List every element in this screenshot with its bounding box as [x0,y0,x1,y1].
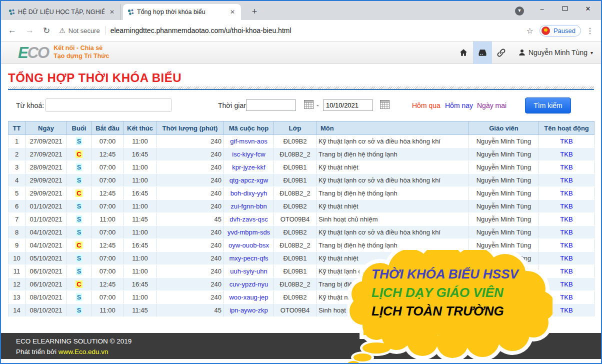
cell-giao_vien: Nguyễn Minh Tùng [469,174,539,187]
cell-thoi_luong: 240 [156,148,224,161]
keyword-input[interactable] [45,98,172,112]
window-maximize-button[interactable] [555,1,575,16]
cell-thoi_luong: 45 [156,213,224,226]
cell-tt: 1 [8,135,26,148]
date-from-input[interactable] [246,100,296,111]
calendar-icon[interactable] [304,100,314,109]
shift-badge: S [76,268,82,275]
cell-ngay: 27/09/2021 [26,135,67,148]
tkb-link[interactable]: TKB [560,306,572,314]
home-nav-button[interactable] [454,42,473,64]
window-minimize-button[interactable]: – [532,1,552,16]
meeting-code-link[interactable]: yvd-mbpm-sds [228,228,270,236]
links-nav-button[interactable] [492,42,511,64]
meeting-code-link[interactable]: dvh-zavs-qsc [230,216,268,223]
tkb-link[interactable]: TKB [560,268,572,275]
shift-badge: S [76,138,82,145]
tkb-link[interactable]: TKB [560,294,572,301]
calendar-icon[interactable] [380,100,390,109]
yesterday-link[interactable]: Hôm qua [412,102,440,110]
tkb-link[interactable]: TKB [560,228,572,236]
tkb-link[interactable]: TKB [560,138,572,145]
cell-ket_thuc: 11:00 [124,161,156,174]
tkb-link[interactable]: TKB [560,150,572,158]
search-button[interactable]: Tìm kiếm [525,98,571,114]
meeting-code-link[interactable]: kpr-jyze-kkf [232,164,265,171]
tab-he-du-lieu[interactable]: HỆ DỮ LIỆU HỌC TẬP, NGHIÊN C ✕ [4,4,121,20]
drive-icon [478,48,488,58]
cell-ma: qtg-apcz-xgw [224,174,274,187]
date-to-input[interactable] [323,100,373,111]
shift-badge: S [76,306,82,314]
url-divider [105,26,106,35]
cell-ngay: 29/09/2021 [26,187,67,200]
footer-link[interactable]: www.Eco.edu.vn [58,348,108,356]
meeting-code-link[interactable]: boh-dixy-yyh [230,190,268,197]
meeting-code-link[interactable]: zui-fgnn-bbn [230,202,266,210]
cell-ket_thuc: 16:45 [124,239,156,252]
meeting-code-link[interactable]: mxy-pecn-qfs [229,254,268,262]
cell-ket_thuc: 16:45 [124,187,156,200]
cell-ket_thuc: 11:00 [124,252,156,265]
tkb-link[interactable]: TKB [560,164,572,171]
tab-close-icon[interactable]: ✕ [228,8,237,16]
meeting-code-link[interactable]: cuv-ypzd-nyu [230,280,268,288]
bookmark-star-icon[interactable]: ☆ [526,26,534,36]
cell-ngay: 27/09/2021 [26,148,67,161]
cell-tt: 7 [8,213,26,226]
not-secure-warning-icon[interactable]: ⚠ [59,26,66,34]
user-menu[interactable]: Nguyễn Minh Tùng ▾ [518,48,593,56]
cell-ngay: 04/10/2021 [26,226,67,239]
url-text[interactable]: elearningdttec.phanmemdaotao.com/u/thoi-… [110,26,292,34]
tkb-link[interactable]: TKB [560,242,572,249]
cell-ket_thuc: 11:45 [124,213,156,226]
today-link[interactable]: Hôm nay [445,102,473,110]
tkb-link[interactable]: TKB [560,254,572,262]
favicon-dots-icon [8,8,15,16]
security-label: Not secure [68,27,100,34]
meeting-code-link[interactable]: woo-xaug-jep [229,294,268,301]
tkb-link[interactable]: TKB [560,216,572,223]
promo-thought-bubble: THỜI KHÓA BIỂU HSSV LỊCH DẠY GIÁO VIÊN L… [348,250,552,364]
cell-lop: ĐL09B2 [274,200,316,213]
cell-lop: ĐL09B1 [274,174,316,187]
browser-menu-icon[interactable]: ⋮ [586,26,594,36]
meeting-code-link[interactable]: gif-msvn-aos [230,138,267,145]
extension-paused-badge[interactable]: Paused [540,25,581,36]
window-close-button[interactable]: ✕ [578,1,598,16]
tomorrow-link[interactable]: Ngày mai [477,102,506,110]
tkb-link[interactable]: TKB [560,280,572,288]
tab-tong-hop-tkb[interactable]: Tổng hợp thời khóa biểu ✕ [123,4,241,20]
new-tab-button[interactable]: + [248,6,261,18]
table-row: 429/09/2021S07:0011:00240qtg-apcz-xgwĐL0… [8,174,594,187]
cell-buoi: S [67,304,92,317]
cell-tt: 2 [8,148,26,161]
meeting-code-link[interactable]: ipn-aywo-zkp [230,306,268,314]
reload-icon[interactable]: ↻ [43,26,50,36]
cell-mon: Kỹ thuật nhiệt [316,161,469,174]
meeting-code-link[interactable]: qtg-apcz-xgw [230,176,268,184]
tkb-link[interactable]: TKB [560,202,572,210]
meeting-code-link[interactable]: oyw-ouob-bsx [228,242,269,249]
cell-giao_vien: Nguyễn Minh Tùng [469,200,539,213]
shift-badge: S [76,164,82,171]
tab-close-icon[interactable]: ✕ [108,8,116,16]
cell-hoat_dong: TKB [539,187,594,200]
cell-bat_dau: 07:00 [92,252,124,265]
cell-ket_thuc: 16:45 [124,278,156,291]
favicon-dots-icon [127,8,134,16]
back-icon[interactable]: ← [8,26,16,36]
meetings-nav-button[interactable] [473,42,492,64]
meeting-code-link[interactable]: isc-kiyy-fcw [232,150,265,158]
cell-thoi_luong: 240 [156,161,224,174]
cell-hoat_dong: TKB [539,226,594,239]
cell-bat_dau: 07:00 [92,226,124,239]
cell-thoi_luong: 240 [156,187,224,200]
tkb-link[interactable]: TKB [560,176,572,184]
forward-icon[interactable]: → [26,26,34,36]
eco-logo[interactable]: ECO Kết nối - Chia sẻTạo dựng Tri Thức [18,44,109,60]
tkb-link[interactable]: TKB [560,190,572,197]
profile-menu-icon[interactable]: ▼ [515,6,524,16]
meeting-code-link[interactable]: uuh-syiy-uhn [230,268,267,275]
cell-ket_thuc: 11:00 [124,135,156,148]
